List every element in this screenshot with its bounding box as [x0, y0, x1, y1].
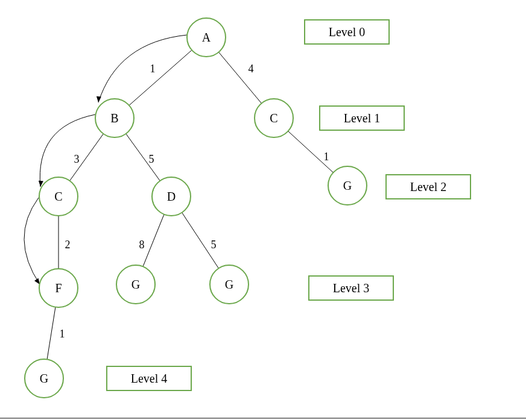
node-label-G2: G	[132, 278, 140, 291]
node-label-G3: G	[225, 278, 233, 291]
node-G4: G	[25, 359, 63, 398]
node-label-D: D	[167, 190, 176, 203]
node-F: F	[39, 269, 78, 307]
edge-D-G2	[143, 215, 164, 267]
edge-B-D	[126, 134, 160, 181]
node-C1: C	[255, 99, 293, 137]
edge-weight-D-G2: 8	[139, 239, 145, 251]
node-C2: C	[39, 177, 78, 216]
node-label-B: B	[110, 111, 118, 125]
level-label-0: Level 0	[329, 25, 366, 39]
level-label-3: Level 3	[333, 281, 370, 295]
node-A: A	[187, 18, 226, 57]
edge-weight-C2-F: 2	[65, 239, 71, 251]
traversal-arrow-head-2	[34, 278, 40, 284]
node-label-A: A	[202, 31, 211, 44]
edge-weight-D-G3: 5	[211, 239, 217, 251]
edge-weight-C1-G1: 1	[324, 151, 329, 163]
node-B: B	[95, 99, 134, 137]
node-label-C1: C	[270, 111, 277, 125]
node-D: D	[152, 177, 191, 216]
edge-weight-B-C2: 3	[74, 153, 80, 165]
level-label-2: Level 2	[410, 180, 447, 193]
edge-A-B	[129, 50, 192, 105]
edge-weight-A-C1: 4	[249, 63, 254, 75]
level-label-1: Level 1	[344, 111, 381, 125]
node-label-G1: G	[343, 179, 352, 192]
level-label-4: Level 4	[131, 372, 168, 385]
edge-weight-A-B: 1	[150, 63, 156, 75]
traversal-arrow-2	[24, 198, 40, 284]
node-G2: G	[116, 265, 155, 304]
node-label-C2: C	[54, 190, 62, 203]
edge-weight-B-D: 5	[149, 153, 154, 165]
edge-weight-F-G4: 1	[60, 328, 65, 340]
traversal-arrow-1	[40, 114, 95, 187]
tree-diagram: 143512851 ABCCDGFGGG Level 0Level 1Level…	[0, 0, 526, 420]
node-G1: G	[328, 166, 367, 205]
edge-F-G4	[47, 307, 55, 360]
node-label-G4: G	[40, 372, 48, 385]
node-G3: G	[210, 265, 249, 304]
node-label-F: F	[55, 281, 62, 295]
edge-A-C1	[219, 52, 262, 104]
traversal-arrow-0	[98, 35, 187, 102]
